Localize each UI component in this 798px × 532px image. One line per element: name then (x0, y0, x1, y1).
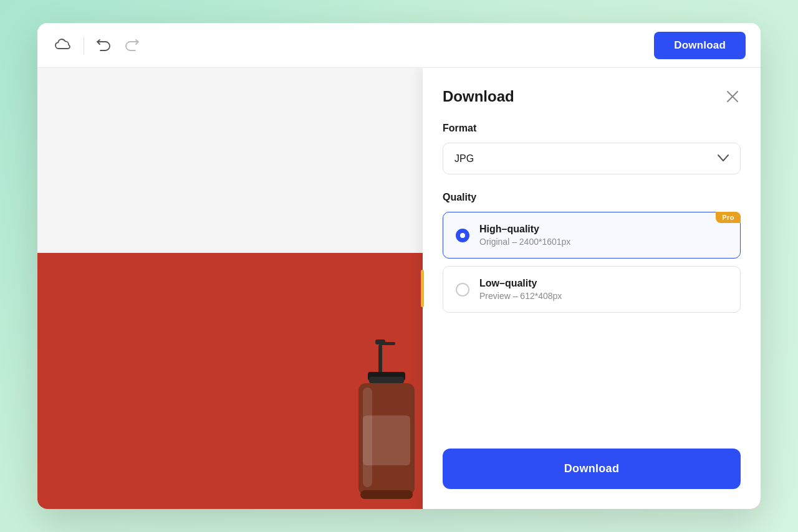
toolbar-left (52, 36, 142, 55)
quality-option-low[interactable]: Low–quality Preview – 612*408px (443, 266, 741, 313)
option-subtitle-low: Preview – 612*408px (479, 291, 728, 301)
option-text-low: Low–quality Preview – 612*408px (479, 278, 728, 301)
svg-rect-4 (369, 377, 404, 383)
option-title-low: Low–quality (479, 278, 728, 289)
toolbar-divider (84, 37, 84, 54)
radio-high (456, 229, 469, 242)
option-text-high: High–quality Original – 2400*1601px (479, 224, 728, 247)
format-label: Format (443, 123, 741, 134)
pro-badge: Pro (716, 212, 741, 223)
option-subtitle-high: Original – 2400*1601px (479, 237, 728, 247)
svg-rect-1 (380, 342, 395, 345)
option-title-high: High–quality (479, 224, 728, 235)
accent-strip (421, 270, 424, 307)
download-panel: Download Format JPG (423, 68, 761, 509)
quality-label: Quality (443, 192, 741, 203)
radio-low (456, 283, 469, 297)
quality-section: Quality High–quality Original – 2400*160… (443, 192, 741, 320)
panel-footer: Download (443, 449, 741, 489)
format-dropdown[interactable]: JPG (443, 143, 741, 174)
panel-header: Download (443, 88, 741, 105)
svg-rect-8 (360, 490, 413, 499)
app-window: Download (37, 23, 761, 509)
format-selected-value: JPG (454, 153, 474, 164)
svg-rect-7 (363, 416, 410, 465)
panel-title: Download (443, 88, 514, 105)
chevron-down-icon (718, 152, 729, 165)
redo-button[interactable] (123, 37, 142, 54)
svg-rect-2 (378, 344, 382, 376)
toolbar: Download (37, 23, 761, 68)
cloud-icon-button[interactable] (52, 36, 74, 55)
undo-button[interactable] (94, 37, 113, 54)
quality-option-high[interactable]: High–quality Original – 2400*1601px Pro (443, 212, 741, 259)
close-panel-button[interactable] (724, 88, 741, 105)
format-section: Format JPG (443, 123, 741, 174)
main-content: Download Format JPG (37, 68, 761, 509)
panel-download-button[interactable]: Download (443, 449, 741, 489)
toolbar-download-button[interactable]: Download (654, 32, 746, 59)
